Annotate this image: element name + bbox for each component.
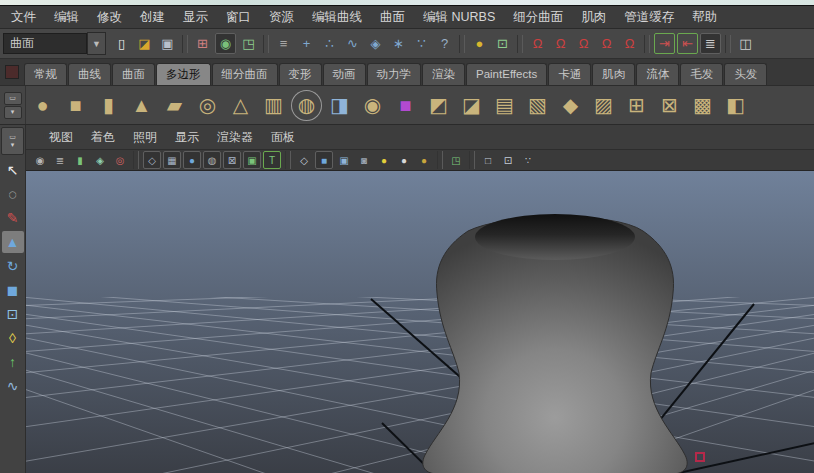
bridge-icon[interactable]: ▧	[522, 90, 553, 121]
mask-curves-icon[interactable]: ∿	[342, 33, 363, 54]
image-plane-icon[interactable]: ◈	[91, 151, 109, 169]
smooth-mesh-icon[interactable]: ◩	[423, 90, 454, 121]
snap-curve-icon[interactable]: Ω	[550, 33, 571, 54]
shelf-tab[interactable]: 曲面	[112, 63, 155, 85]
lasso-tool[interactable]: ◌	[2, 183, 24, 205]
poly-plane-icon[interactable]: ▰	[159, 90, 190, 121]
shelf-tab[interactable]: 肌肉	[592, 63, 635, 85]
shelf-tab[interactable]: 曲线	[68, 63, 111, 85]
wedge-face-icon[interactable]: ⊠	[654, 90, 685, 121]
isolate-select-icon[interactable]: ◳	[447, 151, 465, 169]
poly-cone-icon[interactable]: ▲	[126, 90, 157, 121]
construction-history-icon[interactable]: ≣	[700, 33, 721, 54]
use-default-material-icon[interactable]: ◙	[355, 151, 373, 169]
shelf-tab[interactable]: 细分曲面	[212, 63, 278, 85]
panel-menu-item[interactable]: 面板	[262, 129, 304, 146]
gate-mask-icon[interactable]: ◍	[203, 151, 221, 169]
light-all-icon[interactable]: ●	[375, 151, 393, 169]
output-connections-icon[interactable]: ⇤	[677, 33, 698, 54]
smooth-shade-icon[interactable]: ■	[315, 151, 333, 169]
shelf-tab[interactable]: PaintEffects	[466, 63, 547, 85]
boolean-icon[interactable]: ◧	[720, 90, 751, 121]
safe-title-icon[interactable]: T	[263, 151, 281, 169]
resolution-gate-icon[interactable]: ●	[183, 151, 201, 169]
shelf-hide-button[interactable]	[5, 65, 19, 79]
move-tool[interactable]: ▲	[2, 231, 24, 253]
input-connections-icon[interactable]: ⇥	[654, 33, 675, 54]
textured-icon[interactable]: ▣	[335, 151, 353, 169]
panel-menu-item[interactable]: 渲染器	[208, 129, 262, 146]
last-tool[interactable]: ∿	[2, 375, 24, 397]
poly-pipe-icon[interactable]: ▥	[258, 90, 289, 121]
poly-cylinder-icon[interactable]: ▮	[93, 90, 124, 121]
duplicate-face-icon[interactable]: ▩	[687, 90, 718, 121]
select-component-icon[interactable]: ◳	[238, 33, 259, 54]
curve-warp-icon[interactable]: ◨	[324, 90, 355, 121]
collapse-icons-chevron[interactable]: ≡	[273, 33, 294, 54]
menu-item[interactable]: 肌肉	[572, 6, 615, 28]
field-chart-icon[interactable]: ⊠	[223, 151, 241, 169]
shelf-tab[interactable]: 渲染	[422, 63, 465, 85]
wireframe-icon[interactable]: ◇	[295, 151, 313, 169]
shelf-tab[interactable]: 卡通	[548, 63, 591, 85]
film-gate-icon[interactable]: ▦	[163, 151, 181, 169]
menu-item[interactable]: 帮助	[683, 6, 726, 28]
light-selected-icon[interactable]: ●	[415, 151, 433, 169]
shelf-tab[interactable]: 变形	[279, 63, 322, 85]
vase-object[interactable]	[423, 214, 687, 473]
menu-item[interactable]: 文件	[2, 6, 45, 28]
menu-set-dropdown[interactable]: 曲面	[3, 33, 87, 54]
menu-item[interactable]: 资源	[260, 6, 303, 28]
shelf-tab[interactable]: 流体	[636, 63, 679, 85]
xray-icon[interactable]: □	[479, 151, 497, 169]
open-scene-icon[interactable]: ◪	[134, 33, 155, 54]
poly-cube-icon[interactable]: ■	[60, 90, 91, 121]
menu-item[interactable]: 显示	[174, 6, 217, 28]
mask-handles-icon[interactable]: +	[296, 33, 317, 54]
render-view-icon[interactable]: ◫	[735, 33, 756, 54]
panel-menu-item[interactable]: 视图	[40, 129, 82, 146]
subdiv-proxy-icon[interactable]: ■	[390, 90, 421, 121]
menu-set-dropdown-arrow-icon[interactable]: ▼	[87, 32, 106, 55]
snap-plane-icon[interactable]: Ω	[596, 33, 617, 54]
viewport[interactable]	[26, 171, 814, 473]
backface-culling-icon[interactable]: ⊡	[499, 151, 517, 169]
mask-points-icon[interactable]: ∴	[319, 33, 340, 54]
menu-item[interactable]: 编辑曲线	[303, 6, 371, 28]
snap-magnet-icon[interactable]: Ω	[619, 33, 640, 54]
snap-point-icon[interactable]: Ω	[573, 33, 594, 54]
select-tool[interactable]: ↖	[2, 159, 24, 181]
bookmark-icon[interactable]: ▮	[71, 151, 89, 169]
snap-grid-icon[interactable]: Ω	[527, 33, 548, 54]
shelf-tab[interactable]: 常规	[24, 63, 67, 85]
shelf-tab[interactable]: 多边形	[156, 63, 211, 85]
new-scene-icon[interactable]: ▯	[111, 33, 132, 54]
shelf-tab[interactable]: 动力学	[367, 63, 422, 85]
sculpt-geometry-icon[interactable]: ◉	[357, 90, 388, 121]
menu-item[interactable]: 修改	[88, 6, 131, 28]
toolbox-header[interactable]: ▭ ▾	[1, 127, 24, 155]
shelf-tab[interactable]: 动画	[323, 63, 366, 85]
viewport-canvas[interactable]	[26, 171, 814, 473]
menu-item[interactable]: 窗口	[217, 6, 260, 28]
universal-manipulator-tool[interactable]: ⊡	[2, 303, 24, 325]
poke-face-icon[interactable]: ⊞	[621, 90, 652, 121]
grid-toggle-icon[interactable]: ◇	[143, 151, 161, 169]
shelf-tab[interactable]: 头发	[724, 63, 767, 85]
panel-menu-item[interactable]: 显示	[166, 129, 208, 146]
pan-zoom-2d-icon[interactable]: ◎	[111, 151, 129, 169]
extract-faces-icon[interactable]: ◪	[456, 90, 487, 121]
safe-action-icon[interactable]: ▣	[243, 151, 261, 169]
shelf-selector-tab-button[interactable]: ▭	[4, 92, 22, 105]
poly-platonic-icon[interactable]: ◍	[291, 90, 322, 121]
shared-views-icon[interactable]: ∵	[519, 151, 537, 169]
poly-torus-icon[interactable]: ◎	[192, 90, 223, 121]
save-scene-icon[interactable]: ▣	[157, 33, 178, 54]
panel-menu-item[interactable]: 照明	[124, 129, 166, 146]
show-manipulator-tool[interactable]: ↑	[2, 351, 24, 373]
scale-tool[interactable]: ◼	[2, 279, 24, 301]
light-default-icon[interactable]: ●	[395, 151, 413, 169]
combine-icon[interactable]: ▨	[588, 90, 619, 121]
soft-modification-tool[interactable]: ◊	[2, 327, 24, 349]
mask-misc-icon[interactable]: ?	[434, 33, 455, 54]
